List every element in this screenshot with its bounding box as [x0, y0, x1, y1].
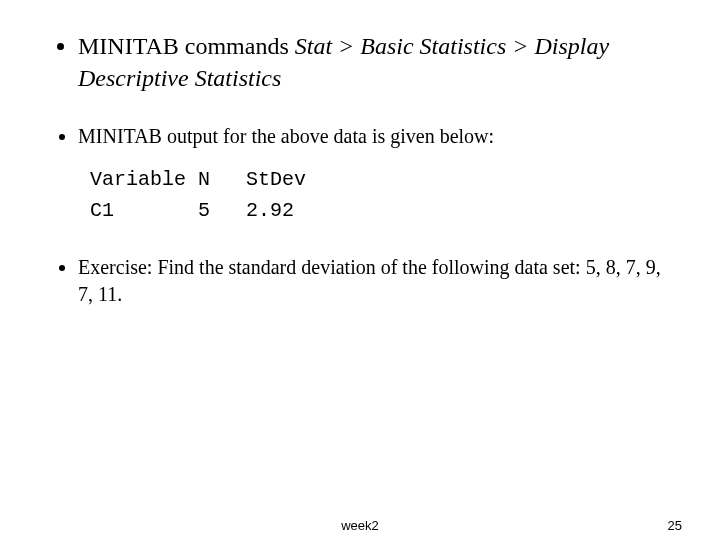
footer-page-number: 25	[668, 518, 682, 533]
bullet-exercise: Exercise: Find the standard deviation of…	[78, 254, 670, 308]
out-r1-col2: 5	[198, 199, 210, 222]
out-h-col2: N	[198, 168, 210, 191]
out-r1-col3: 2.92	[246, 199, 294, 222]
bullet-output-text: MINITAB output for the above data is giv…	[78, 125, 494, 147]
bullet-commands-plain: MINITAB commands	[78, 33, 295, 59]
bullet-list: MINITAB commands Stat > Basic Statistics…	[50, 30, 670, 308]
bullet-output-intro: MINITAB output for the above data is giv…	[78, 123, 670, 226]
bullet-exercise-text: Exercise: Find the standard deviation of…	[78, 256, 661, 305]
out-h-col1: Variable	[90, 168, 186, 191]
bullet-commands: MINITAB commands Stat > Basic Statistics…	[78, 30, 670, 95]
out-h-col3: StDev	[246, 168, 306, 191]
minitab-output: Variable N StDev C1 5 2.92	[90, 164, 670, 226]
out-r1-col1: C1	[90, 199, 114, 222]
footer-center: week2	[341, 518, 379, 533]
slide: MINITAB commands Stat > Basic Statistics…	[0, 0, 720, 540]
